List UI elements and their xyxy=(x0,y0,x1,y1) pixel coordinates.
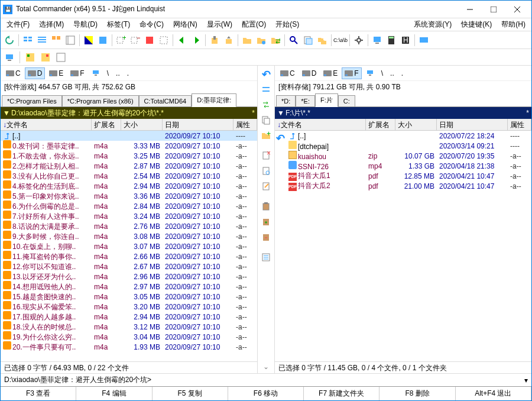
select-minus-icon[interactable]: − xyxy=(129,34,142,47)
mid-clip-paste-icon[interactable] xyxy=(259,230,273,244)
file-row[interactable]: 6.为什么倒霉的总是..m4a2.84 MB2020/09/27 10:10-a… xyxy=(1,201,257,211)
view-tree-icon[interactable] xyxy=(64,34,77,47)
left-history-back-icon[interactable]: ↶ xyxy=(262,68,271,81)
menu-item[interactable]: 快捷键(K) xyxy=(456,19,497,30)
right-file-list[interactable]: ⮥[..]2020/07/22 18:24----[dtchepai]2020/… xyxy=(286,131,531,361)
file-row[interactable]: 17.围观的人越多越..m4a2.94 MB2020/09/27 10:10-a… xyxy=(1,312,257,322)
right-column-header[interactable]: ↓文件名 扩展名 大小 日期 属性 xyxy=(275,119,531,131)
panel-tool1-icon[interactable] xyxy=(24,51,37,64)
close-button[interactable] xyxy=(505,1,529,18)
file-row[interactable]: 14.想用诋毁他人的..m4a2.97 MB2020/09/27 10:10-a… xyxy=(1,282,257,292)
fkey-button[interactable]: F7 新建文件夹 xyxy=(304,387,379,400)
mid-chevron-down-icon[interactable]: ⌄ xyxy=(263,363,269,371)
menu-item[interactable]: 系统资源(Y) xyxy=(409,19,456,30)
refresh-icon[interactable] xyxy=(3,34,16,47)
mid-swap-icon[interactable] xyxy=(259,98,273,112)
file-row[interactable]: 12.你可以不知道谁..m4a2.67 MB2020/09/27 10:10-a… xyxy=(1,261,257,271)
select-plus-icon[interactable]: + xyxy=(115,34,128,47)
file-row[interactable]: 20.一件事只要有可..m4a1.93 MB2020/09/27 10:10-a… xyxy=(1,342,257,352)
invert-icon[interactable] xyxy=(82,34,95,47)
mid-new-file-icon[interactable]: × xyxy=(259,148,273,163)
back-arrow-icon[interactable] xyxy=(176,34,189,47)
menu-item[interactable]: 文件(F) xyxy=(2,19,34,30)
mid-edit-icon[interactable] xyxy=(259,179,273,193)
drive-nav-button[interactable]: . xyxy=(398,67,406,79)
settings-icon[interactable] xyxy=(352,34,365,47)
file-row[interactable]: 3.没有人比你自己更..m4a2.54 MB2020/09/27 10:10-a… xyxy=(1,171,257,181)
mid-copy-icon[interactable] xyxy=(259,113,273,127)
left-file-list[interactable]: ⮥[..]2020/09/27 10:10----0.发刊词：墨菲定律..m4a… xyxy=(1,131,257,361)
select-inv-icon[interactable] xyxy=(157,34,170,47)
file-row[interactable]: 10.在饭桌上，别聊..m4a3.07 MB2020/09/27 10:10-a… xyxy=(1,241,257,251)
menu-item[interactable]: 显示(W) xyxy=(202,19,237,30)
calculator-icon[interactable] xyxy=(385,34,398,47)
file-row[interactable]: 13.以牙还牙为什么..m4a2.96 MB2020/09/27 10:10-a… xyxy=(1,271,257,282)
panel-tab[interactable]: C: xyxy=(338,95,355,106)
panel-tab[interactable]: D:墨菲定律: xyxy=(192,93,236,107)
file-row[interactable]: 9.大多时候，你连自..m4a3.08 MB2020/09/27 10:10-a… xyxy=(1,231,257,241)
view-brief-icon[interactable] xyxy=(21,34,34,47)
panel-tab[interactable]: C:Program Files xyxy=(2,95,62,106)
file-row[interactable]: 5.第一印象对你来说..m4a3.36 MB2020/09/27 10:10-a… xyxy=(1,191,257,201)
mid-clip-copy-icon[interactable] xyxy=(259,215,273,229)
file-row[interactable]: SSNI-726mp41.33 GB2020/04/18 21:38-a-- xyxy=(286,161,531,171)
fkey-button[interactable]: F3 查看 xyxy=(1,387,76,400)
drive-button-c[interactable]: C xyxy=(277,67,298,79)
right-path-bar[interactable]: ▼F:\片\*.** xyxy=(275,107,531,119)
network-drive-icon[interactable] xyxy=(363,68,377,79)
menu-item[interactable]: 帮助(H) xyxy=(497,19,530,30)
command-line[interactable]: D:\xiaodao\墨菲定律：避开人生倒霉的20个坑> ▾ xyxy=(1,373,531,386)
drive-button-d[interactable]: D xyxy=(25,67,46,79)
file-row[interactable]: 7.讨好所有人这件事..m4a3.24 MB2020/09/27 10:10-a… xyxy=(1,211,257,221)
folder2-icon[interactable] xyxy=(255,34,268,47)
panel-tab[interactable]: F:片 xyxy=(315,93,338,107)
fkey-button[interactable]: Alt+F4 退出 xyxy=(456,387,531,400)
file-row[interactable]: 19.为什么你这么穷..m4a3.04 MB2020/09/27 10:10-a… xyxy=(1,332,257,342)
menu-item[interactable]: 配置(O) xyxy=(237,19,271,30)
drive-nav-button[interactable]: \ xyxy=(378,67,386,79)
desktop-icon[interactable] xyxy=(417,34,430,47)
cmd-text-icon[interactable]: C:\a\b xyxy=(334,34,347,47)
toggle-view-icon[interactable] xyxy=(96,34,109,47)
drive-button-e[interactable]: E xyxy=(320,67,340,79)
maximize-button[interactable] xyxy=(482,1,505,18)
drive-nav-button[interactable]: .. xyxy=(113,67,123,79)
network-drive-icon[interactable] xyxy=(89,68,103,79)
file-row[interactable]: 4.标签化的生活到底..m4a2.94 MB2020/09/27 10:10-a… xyxy=(1,181,257,191)
file-row[interactable]: 16.现实从不偏爱笨..m4a3.20 MB2020/09/27 10:10-a… xyxy=(1,302,257,312)
panel-tool3-icon[interactable] xyxy=(54,51,67,64)
forward-arrow-icon[interactable] xyxy=(190,34,203,47)
menu-item[interactable]: 导航(D) xyxy=(69,19,102,30)
file-row[interactable]: [dtchepai]2020/03/14 09:21---- xyxy=(286,141,531,151)
left-path-bar[interactable]: ▼D:\xiaodao\墨菲定律：避开人生倒霉的20个坑\*.** xyxy=(1,107,257,119)
menu-item[interactable]: 开始(S) xyxy=(271,19,304,30)
panel-tab[interactable]: C:TotalCMD64 xyxy=(139,95,192,106)
file-row[interactable]: 18.没人在的时候总..m4a3.12 MB2020/09/27 10:10-a… xyxy=(1,322,257,332)
file-row[interactable]: 0.发刊词：墨菲定律..m4a3.33 MB2020/09/27 10:10-a… xyxy=(1,141,257,151)
panel-tab[interactable]: C:Program Files (x86) xyxy=(62,95,139,106)
view-thumbs-icon[interactable] xyxy=(50,34,63,47)
drive-nav-button[interactable]: \ xyxy=(104,67,112,79)
unpack-icon[interactable] xyxy=(222,34,235,47)
drive-nav-button[interactable]: .. xyxy=(387,67,397,79)
folder1-icon[interactable] xyxy=(241,34,254,47)
file-row[interactable]: ⮥[..]2020/09/27 10:10---- xyxy=(1,131,257,141)
mid-equal-icon[interactable] xyxy=(259,82,273,96)
menu-item[interactable]: 网络(N) xyxy=(168,19,202,30)
drive-nav-button[interactable]: . xyxy=(124,67,132,79)
folder-sync-icon[interactable]: ⇄ xyxy=(269,34,282,47)
file-row[interactable]: PDF抖音大瓜2pdf21.00 MB2020/04/21 10:47-a-- xyxy=(286,181,531,191)
file-row[interactable]: ⮥[..]2020/07/22 18:24---- xyxy=(286,131,531,141)
pack-icon[interactable] xyxy=(208,34,221,47)
minimize-button[interactable] xyxy=(458,1,482,18)
menu-item[interactable]: 选择(M) xyxy=(34,19,69,30)
drive-button-f[interactable]: F xyxy=(342,67,361,79)
file-row[interactable]: 2.怎样才能让别人相..m4a2.87 MB2020/09/27 10:10-a… xyxy=(1,161,257,171)
mid-folder-plus-icon[interactable]: + xyxy=(259,128,273,143)
drive-button-f[interactable]: F xyxy=(67,67,87,79)
panel-tool2-icon[interactable] xyxy=(39,51,52,64)
mid-clipboard-icon[interactable] xyxy=(259,199,273,214)
file-row[interactable]: PDF抖音大瓜1pdf12.85 MB2020/04/21 10:47-a-- xyxy=(286,171,531,181)
rename-icon[interactable] xyxy=(301,34,314,47)
computer-icon[interactable] xyxy=(3,51,16,64)
